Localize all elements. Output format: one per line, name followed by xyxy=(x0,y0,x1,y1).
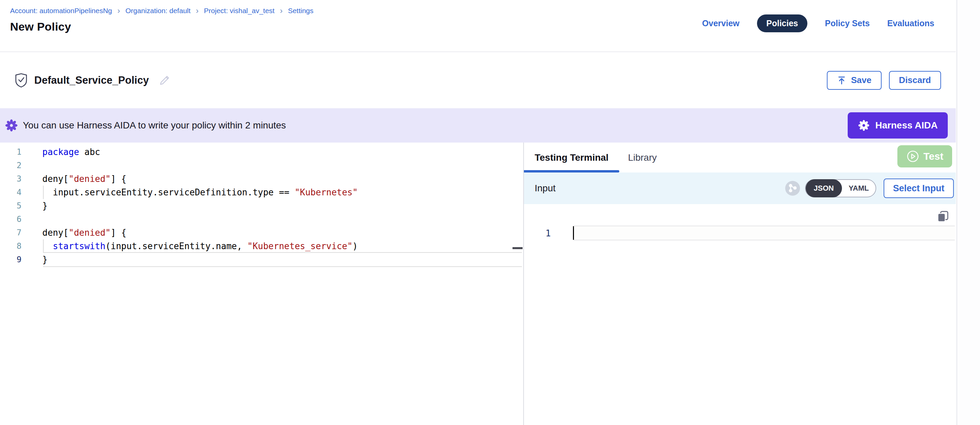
line-number: 2 xyxy=(0,161,21,170)
code-line[interactable]: 8 startswith(input.serviceEntity.name, "… xyxy=(0,240,523,253)
terminal-tab-list: Testing TerminalLibrary xyxy=(535,152,657,163)
code-text: startswith(input.serviceEntity.name, "Ku… xyxy=(42,241,358,251)
indent-guide xyxy=(43,185,44,199)
aida-flower-icon-white xyxy=(858,119,870,131)
main-area: Account: automationPipelinesNg›Organizat… xyxy=(0,0,956,425)
tab-policy-sets[interactable]: Policy Sets xyxy=(825,19,870,28)
play-icon xyxy=(906,150,920,163)
breadcrumb-item[interactable]: Project: vishal_av_test xyxy=(204,7,274,15)
save-button[interactable]: Save xyxy=(827,71,881,90)
code-text: deny["denied"] { xyxy=(42,228,126,238)
policy-toolbar: Default_Service_Policy Sav xyxy=(0,52,956,108)
save-label: Save xyxy=(851,75,872,85)
harness-aida-label: Harness AIDA xyxy=(875,120,938,131)
line-number: 9 xyxy=(0,255,21,264)
module-tabs: OverviewPoliciesPolicy SetsEvaluations xyxy=(702,14,934,32)
line-number: 4 xyxy=(0,188,21,197)
code-line[interactable]: 5} xyxy=(0,199,523,212)
pencil-icon[interactable] xyxy=(158,74,171,87)
shield-check-icon xyxy=(15,73,27,88)
breadcrumb-separator: › xyxy=(280,7,282,15)
input-current-line[interactable] xyxy=(573,225,955,240)
format-option-json[interactable]: JSON xyxy=(806,179,842,197)
line-number: 8 xyxy=(0,241,21,251)
text-cursor xyxy=(573,226,574,240)
code-text: input.serviceEntity.serviceDefinition.ty… xyxy=(42,187,358,197)
tab-policies[interactable]: Policies xyxy=(757,14,808,32)
input-bar: Input xyxy=(524,173,956,204)
active-tab-underline xyxy=(524,170,619,173)
code-text: package abc xyxy=(42,147,100,157)
breadcrumb-item[interactable]: Organization: default xyxy=(126,7,191,15)
code-text: } xyxy=(42,201,48,211)
code-line[interactable]: 9} xyxy=(0,253,523,266)
breadcrumb-item[interactable]: Settings xyxy=(288,7,313,15)
code-line[interactable]: 2 xyxy=(0,159,523,172)
code-line[interactable]: 7deny["denied"] { xyxy=(0,226,523,240)
breadcrumb-item[interactable]: Account: automationPipelinesNg xyxy=(10,7,112,15)
current-line-highlight xyxy=(43,252,522,267)
policy-code-editor[interactable]: 1package abc23deny["denied"] {4 input.se… xyxy=(0,142,524,425)
line-number: 7 xyxy=(0,228,21,237)
discard-button[interactable]: Discard xyxy=(889,71,941,90)
terminal-tabs: Testing TerminalLibrary Test xyxy=(524,142,956,173)
tab-evaluations[interactable]: Evaluations xyxy=(887,19,934,28)
banner-message: You can use Harness AIDA to write your p… xyxy=(23,120,286,131)
tab-overview[interactable]: Overview xyxy=(702,19,740,28)
breadcrumb-separator: › xyxy=(118,7,120,15)
select-input-button[interactable]: Select Input xyxy=(884,179,954,198)
code-line[interactable]: 4 input.serviceEntity.serviceDefinition.… xyxy=(0,185,523,199)
aida-banner: You can use Harness AIDA to write your p… xyxy=(0,108,956,142)
test-label: Test xyxy=(924,151,943,162)
line-number: 6 xyxy=(0,214,21,224)
code-line[interactable]: 1package abc xyxy=(0,145,523,159)
policy-name: Default_Service_Policy xyxy=(34,74,149,86)
input-editor[interactable]: 1 xyxy=(524,204,956,425)
copy-icon[interactable] xyxy=(936,209,950,223)
breadcrumb-separator: › xyxy=(196,7,199,15)
testing-terminal-panel: Testing TerminalLibrary Test Input xyxy=(524,142,956,425)
upload-icon xyxy=(837,76,846,85)
format-option-yaml[interactable]: YAML xyxy=(842,179,875,197)
fork-icon xyxy=(785,181,800,196)
overview-ruler-cursor-mark xyxy=(512,247,523,249)
input-section-label: Input xyxy=(535,183,555,194)
harness-aida-button[interactable]: Harness AIDA xyxy=(848,112,948,139)
right-rail xyxy=(956,0,980,425)
code-text: } xyxy=(42,254,48,265)
code-line[interactable]: 6 xyxy=(0,212,523,226)
line-number: 5 xyxy=(0,201,21,211)
code-lines: 1package abc23deny["denied"] {4 input.se… xyxy=(0,145,523,266)
aida-flower-icon xyxy=(5,119,18,132)
indent-guide xyxy=(43,240,44,253)
tab-testing-terminal[interactable]: Testing Terminal xyxy=(535,152,609,163)
tab-library[interactable]: Library xyxy=(628,152,657,163)
code-text: deny["denied"] { xyxy=(42,174,126,184)
policy-editor-page: Account: automationPipelinesNg›Organizat… xyxy=(0,0,980,425)
line-number: 3 xyxy=(0,174,21,184)
discard-label: Discard xyxy=(899,75,931,85)
line-number: 1 xyxy=(0,147,21,157)
test-button[interactable]: Test xyxy=(897,145,952,168)
format-toggle: JSONYAML xyxy=(805,179,876,197)
breadcrumb: Account: automationPipelinesNg›Organizat… xyxy=(10,7,956,15)
page-header: Account: automationPipelinesNg›Organizat… xyxy=(0,0,956,52)
policy-identity: Default_Service_Policy xyxy=(15,73,171,88)
code-line[interactable]: 3deny["denied"] { xyxy=(0,172,523,185)
input-line-number: 1 xyxy=(524,228,551,238)
content-area: 1package abc23deny["denied"] {4 input.se… xyxy=(0,142,956,425)
